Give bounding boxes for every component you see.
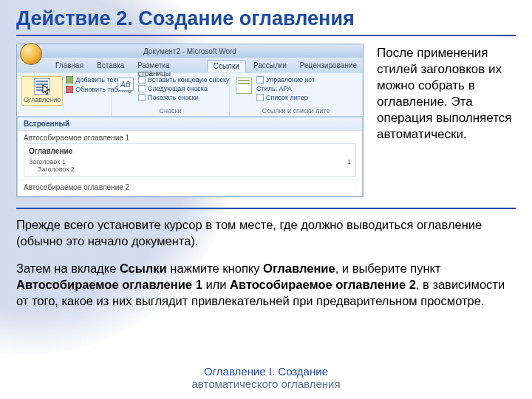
bibliography-button[interactable]: Список литер <box>256 94 315 101</box>
gallery-header: Встроенный <box>18 117 362 131</box>
style-dropdown[interactable]: Стиль: APA <box>256 85 315 92</box>
group-footnotes: AB Вставить концевую сноску Следующая сн… <box>112 73 230 116</box>
gallery-item-1[interactable]: Автособираемое оглавление 1 Оглавление З… <box>18 131 362 180</box>
tab-insert[interactable]: Вставка <box>91 60 130 72</box>
slide: Действие 2. Создание оглавления Документ… <box>0 0 532 309</box>
preview-row-2: Заголовок 2 <box>29 166 351 173</box>
next-footnote-button[interactable]: Следующая сноска <box>138 85 230 92</box>
cursor-icon <box>42 84 51 96</box>
group-toc: Оглавление Добавить текст Обновить табли… <box>17 73 112 116</box>
window-title: Документ2 - Microsoft Word <box>143 47 236 55</box>
screenshot-wrapper: Документ2 - Microsoft Word Главная Встав… <box>16 44 364 197</box>
ab-icon: AB <box>117 78 134 91</box>
group-citations: Управление ист Стиль: APA Список литер С… <box>230 73 363 116</box>
divider-mid <box>16 208 516 209</box>
word-window: Документ2 - Microsoft Word Главная Встав… <box>16 44 364 197</box>
window-titlebar: Документ2 - Microsoft Word <box>17 44 363 58</box>
insert-endnote-button[interactable]: Вставить концевую сноску <box>138 76 230 83</box>
toc-button-label: Оглавление <box>24 96 61 103</box>
slide-footer: Оглавление I. Создание автоматического о… <box>0 365 532 390</box>
footnote-side: Вставить концевую сноску Следующая сноск… <box>138 76 230 101</box>
gallery-item-1-label: Автособираемое оглавление 1 <box>24 134 356 142</box>
gallery-item-2[interactable]: Автособираемое оглавление 2 <box>18 180 362 196</box>
office-orb-icon[interactable] <box>20 43 42 65</box>
group-footnotes-label: Сноски <box>116 107 225 115</box>
toc-gallery: Встроенный Автособираемое оглавление 1 О… <box>17 117 363 197</box>
paragraph-2: Затем на вкладке Ссылки нажмите кнопку О… <box>16 260 516 310</box>
gallery-item-1-preview: Оглавление Заголовок 1 1 Заголовок 2 <box>24 143 356 177</box>
paragraph-1: Прежде всего установите курсор в том мес… <box>16 216 516 250</box>
insert-footnote-button[interactable]: AB <box>116 76 135 92</box>
tab-home[interactable]: Главная <box>50 60 89 72</box>
tab-references[interactable]: Ссылки <box>207 60 246 72</box>
footer-line-1: Оглавление I. Создание <box>0 365 532 378</box>
citation-icon <box>236 78 252 94</box>
caption-text: После применения стилей заголовков их мо… <box>377 44 516 197</box>
insert-citation-button[interactable] <box>234 76 253 95</box>
ribbon: Оглавление Добавить текст Обновить табли… <box>17 72 363 117</box>
slide-title: Действие 2. Создание оглавления <box>16 7 516 30</box>
gallery-item-2-label: Автособираемое оглавление 2 <box>24 183 356 191</box>
divider-top <box>16 35 516 36</box>
group-citations-label: Ссылки и списки лите <box>234 107 358 115</box>
footer-line-2: автоматического оглавления <box>0 378 532 390</box>
tab-mailings[interactable]: Рассылки <box>248 60 293 72</box>
tab-page-layout[interactable]: Разметка страницы <box>132 60 205 72</box>
ribbon-tabs: Главная Вставка Разметка страницы Ссылки… <box>17 58 363 72</box>
manage-sources-button[interactable]: Управление ист <box>256 76 315 83</box>
citation-side: Управление ист Стиль: APA Список литер <box>256 76 315 101</box>
show-notes-button[interactable]: Показать сноски <box>138 94 230 101</box>
preview-row-1: Заголовок 1 1 <box>29 158 351 166</box>
preview-heading: Оглавление <box>29 147 351 155</box>
top-row: Документ2 - Microsoft Word Главная Встав… <box>16 44 516 197</box>
tab-review[interactable]: Рецензирование <box>294 60 363 72</box>
